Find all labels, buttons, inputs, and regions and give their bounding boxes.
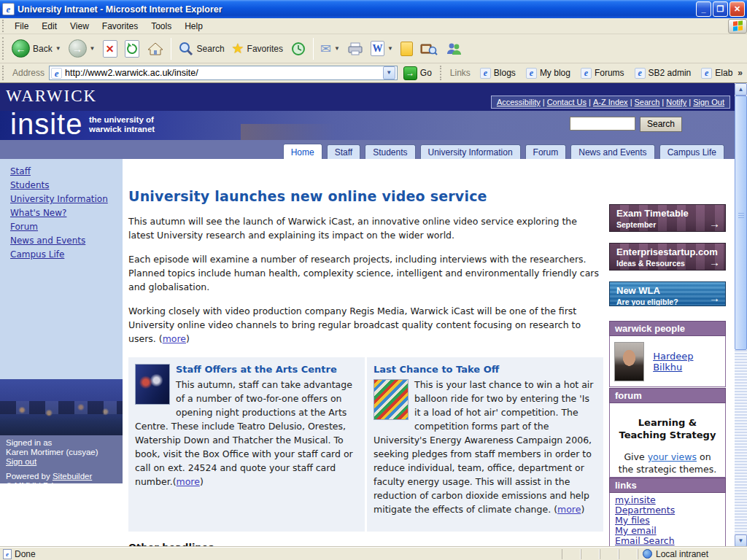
link-sign-out[interactable]: Sign Out [693,98,724,106]
sidebar-item-students[interactable]: Students [10,179,123,192]
go-button[interactable]: → Go [403,66,432,80]
stop-button[interactable]: ✕ [99,39,121,59]
privacy-link[interactable]: Privacy [43,481,71,490]
link-contact-us[interactable]: Contact Us [547,98,587,106]
sidebar-item-forum[interactable]: Forum [10,220,123,234]
tab-news-and-events[interactable]: News and Events [570,144,654,159]
tab-staff[interactable]: Staff [327,144,360,159]
window-title: University Intranet - Microsoft Internet… [18,4,694,15]
linkbar-item-blogs[interactable]: eBlogs [480,68,516,79]
link-departments[interactable]: Departments [615,505,720,516]
menu-favorites[interactable]: Favorites [96,20,144,33]
research-button[interactable] [417,40,441,58]
linkbar-item-elab[interactable]: eElab [701,68,732,79]
tab-campus-life[interactable]: Campus Life [659,144,724,159]
refresh-button[interactable] [121,39,143,59]
history-button[interactable] [287,39,310,58]
title-bar: e University Intranet - Microsoft Intern… [0,0,747,18]
linkbar-item-forums[interactable]: eForums [581,68,624,79]
mail-button[interactable]: ✉ ▼ [317,39,344,58]
linkbar-overflow-chevron[interactable]: » [738,68,743,78]
menu-tools[interactable]: Tools [144,20,178,33]
sidebar-item-whats-new[interactable]: What's New? [10,206,123,220]
link-my-email[interactable]: My email [615,526,720,536]
person-link[interactable]: Hardeep Bilkhu [653,351,721,373]
word-dropdown-icon[interactable]: ▼ [387,45,393,52]
person-photo [614,342,644,381]
vertical-scrollbar[interactable]: ▲ ▼ [735,83,747,547]
warwick-logo[interactable]: WARWICK [6,87,97,106]
messenger-button[interactable] [441,40,466,58]
tab-home[interactable]: Home [283,144,322,159]
standard-toolbar: ← Back ▼ → ▼ ✕ Search ★ Favorites ✉ ▼ [0,34,747,63]
forward-dropdown-icon[interactable]: ▼ [90,45,96,52]
sign-out-link[interactable]: Sign out [6,457,36,466]
enterprise-startup-banner[interactable]: Enterprisestartup.com Ideas & Resources … [609,243,726,271]
sidebar-item-campus-life[interactable]: Campus Life [10,248,123,262]
link-az-index[interactable]: A-Z Index [593,98,628,106]
toolbar-grip[interactable] [440,66,444,81]
favorites-star-icon: ★ [232,40,244,57]
exam-timetable-banner[interactable]: Exam Timetable September → [609,204,726,232]
tab-university-information[interactable]: University Information [420,144,521,159]
search-label: Search [197,44,225,54]
tab-forum[interactable]: Forum [525,144,567,159]
mail-icon: ✉ [320,41,331,57]
more-link[interactable]: more [177,476,200,487]
scrollbar-thumb[interactable] [735,96,747,350]
link-my-insite[interactable]: my.insite [615,495,720,505]
menu-view[interactable]: View [63,20,96,33]
site-search-button[interactable]: Search [640,117,682,132]
edit-with-word-button[interactable]: W ▼ [367,39,397,58]
link-notify[interactable]: Notify [666,98,686,106]
home-button[interactable] [143,39,168,58]
site-search-input[interactable] [570,117,635,131]
story-title: Last Chance to Take Off [374,362,597,376]
close-button[interactable]: ✕ [729,1,745,17]
link-email-search[interactable]: Email Search [615,536,720,546]
forward-button[interactable]: → ▼ [65,38,99,59]
toolbar-grip[interactable] [2,20,6,32]
back-dropdown-icon[interactable]: ▼ [55,45,61,52]
sitebuilder-link[interactable]: Sitebuilder [53,472,92,481]
linkbar-item-sb2admin[interactable]: eSB2 admin [635,68,692,79]
toolbar-grip[interactable] [2,37,6,60]
sidebar-item-news-and-events[interactable]: News and Events [10,234,123,248]
restore-button[interactable]: ❐ [713,1,728,17]
address-field[interactable]: e http://www2.warwick.ac.uk/insite/ ▼ [49,66,398,80]
menu-file[interactable]: File [8,20,35,33]
globe-icon [643,549,652,559]
page-favicon: e [51,68,62,79]
link-my-files[interactable]: My files [615,516,720,526]
search-button[interactable]: Search [174,39,228,58]
arrow-icon: → [709,292,720,304]
scroll-down-arrow[interactable]: ▼ [735,534,747,547]
link-search[interactable]: Search [634,98,659,106]
print-button[interactable] [344,40,367,58]
more-link[interactable]: more [557,504,581,515]
sidebar-item-university-information[interactable]: University Information [10,192,123,206]
menu-edit[interactable]: Edit [35,20,63,33]
address-url[interactable]: http://www2.warwick.ac.uk/insite/ [65,68,383,78]
print-icon [347,42,363,56]
menu-help[interactable]: Help [178,20,209,33]
toolbar-separator [313,38,314,60]
mail-dropdown-icon[interactable]: ▼ [334,45,340,52]
your-views-link[interactable]: your views [648,451,697,462]
scroll-up-arrow[interactable]: ▲ [735,83,747,96]
linkbar-item-myblog[interactable]: eMy blog [526,68,570,79]
new-wla-banner[interactable]: New WLA Are you eligible? → [609,281,726,306]
back-button[interactable]: ← Back ▼ [8,38,65,59]
toolbar-grip[interactable] [2,66,6,81]
favorites-button[interactable]: ★ Favorites [228,39,287,58]
sidebar-item-staff[interactable]: Staff [10,165,123,179]
link-accessibility[interactable]: Accessibility [497,98,541,106]
minimize-button[interactable]: _ [696,1,711,17]
balloon-photo [374,379,409,420]
notes-button[interactable] [397,40,417,58]
status-pane [619,549,638,559]
more-link[interactable]: more [163,333,186,344]
address-dropdown-icon[interactable]: ▼ [383,66,395,79]
tab-students[interactable]: Students [365,144,415,159]
copyright-link[interactable]: © MMVI [6,481,36,490]
